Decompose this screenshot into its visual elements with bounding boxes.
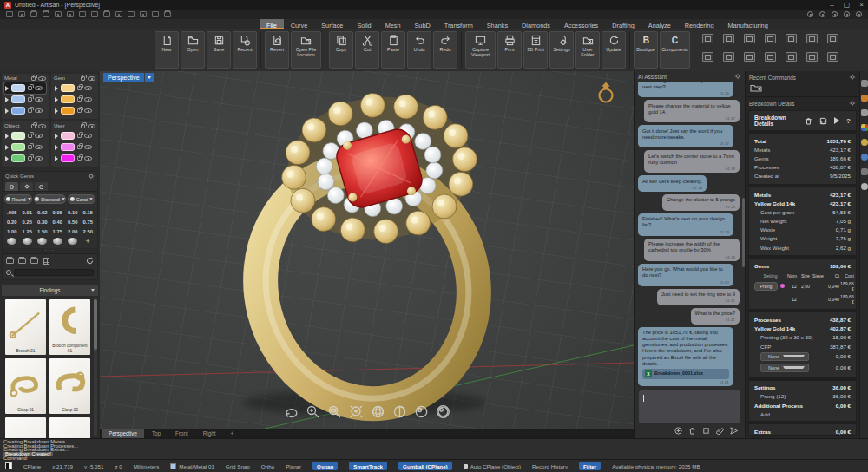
components-button[interactable]: C Components (660, 31, 690, 69)
lock-icon[interactable] (77, 156, 82, 161)
open-file-location-button[interactable]: Open File Location (291, 31, 321, 69)
carat-cell[interactable]: 0.30 (35, 217, 50, 226)
lock-icon[interactable] (77, 97, 82, 102)
new-button[interactable]: New (155, 31, 179, 69)
lock-icon[interactable] (81, 124, 85, 128)
lock-icon[interactable] (28, 156, 32, 161)
gem-preset-icon[interactable] (68, 238, 77, 245)
gear-icon[interactable] (849, 100, 856, 107)
process-dropdown[interactable]: None (760, 352, 809, 361)
quick-save-icon[interactable] (79, 11, 86, 17)
play-arrow-icon[interactable] (5, 134, 9, 139)
carat-cell[interactable]: 2.00 (65, 226, 81, 236)
viewport-tab-front[interactable]: Front (168, 429, 195, 438)
add-process-link[interactable]: Add... (754, 410, 851, 417)
save-button[interactable]: Save (207, 31, 231, 69)
diamond-material-button[interactable]: Diamond (34, 194, 66, 204)
eye-icon[interactable] (38, 76, 46, 81)
toggle-smarttrack[interactable]: SmartTrack (349, 462, 387, 470)
eye-icon[interactable] (88, 76, 95, 81)
play-arrow-icon[interactable] (5, 156, 9, 161)
chat-message-list[interactable]: Your design is done. Ready for the next … (635, 82, 745, 388)
gem-preset-icon[interactable] (7, 238, 16, 245)
lock-icon[interactable] (31, 124, 36, 128)
notifications-icon[interactable] (844, 11, 850, 17)
side-tab-help-icon[interactable] (861, 168, 868, 175)
object-swatch-2[interactable] (11, 143, 25, 151)
carat-cell[interactable]: 1.50 (35, 226, 50, 236)
gear-icon[interactable] (734, 73, 741, 80)
gem-row-3[interactable] (54, 105, 95, 116)
redo-button[interactable]: Redo (433, 31, 457, 69)
viewport-3d[interactable]: Perspective (100, 71, 634, 438)
finding-item-brooch-01[interactable]: Brooch 01 (5, 299, 46, 355)
object-row-1[interactable] (4, 130, 46, 141)
folder-add-icon[interactable] (750, 83, 762, 92)
tab-analyze[interactable]: Analyze (641, 19, 678, 30)
lock-icon[interactable] (77, 134, 82, 138)
eye-icon[interactable] (84, 108, 92, 113)
help-icon[interactable] (807, 11, 813, 17)
add-gem-icon[interactable]: + (81, 238, 96, 245)
library-icon[interactable] (806, 52, 818, 62)
close-button[interactable]: × (859, 2, 864, 9)
eye-icon[interactable] (88, 124, 95, 128)
eye-icon[interactable] (35, 134, 43, 138)
cut-button[interactable]: Cut (355, 31, 379, 69)
lock-icon[interactable] (28, 145, 32, 149)
wireframe-display-icon[interactable] (371, 404, 385, 419)
library-icon[interactable] (827, 34, 838, 43)
gem-preset-icon[interactable] (53, 238, 62, 245)
lock-icon[interactable] (31, 76, 36, 81)
library-icon[interactable] (702, 34, 713, 43)
recent-button[interactable]: Recent (233, 31, 257, 69)
eye-icon[interactable] (84, 97, 92, 102)
toggle-grid-snap[interactable]: Grid Snap (226, 463, 250, 469)
side-tab-material-icon[interactable] (861, 154, 868, 161)
status-units[interactable]: Millimeters (134, 463, 160, 469)
tab-gems[interactable] (5, 182, 18, 191)
toggle-ortho[interactable]: Ortho (261, 463, 274, 469)
tab-rendering[interactable]: Rendering (678, 19, 721, 30)
prong-setting-dropdown[interactable]: Prong (754, 282, 778, 291)
eye-icon[interactable] (35, 97, 43, 102)
eye-icon[interactable] (84, 86, 92, 90)
tab-curve[interactable]: Curve (284, 19, 314, 30)
send-icon[interactable] (730, 427, 738, 435)
quick-doc-icon[interactable] (18, 11, 25, 17)
capture-viewport-button[interactable]: Capture Viewport (465, 31, 496, 69)
print-button[interactable]: Print (497, 31, 522, 69)
user-row-3[interactable] (54, 153, 95, 164)
side-tab-properties-icon[interactable] (861, 80, 868, 87)
help-icon[interactable]: ? (846, 117, 851, 125)
user-row-1[interactable] (54, 130, 95, 141)
carat-cell[interactable]: 0.01 (20, 207, 36, 217)
viewport-menu-button[interactable] (145, 73, 154, 82)
eye-icon[interactable] (84, 145, 92, 149)
carat-cell[interactable]: 0.10 (65, 207, 81, 217)
viewport-label[interactable]: Perspective (103, 73, 144, 82)
round-shape-button[interactable]: Round (4, 194, 32, 204)
quick-redo-icon[interactable] (67, 11, 74, 17)
user-swatch-3[interactable] (61, 154, 75, 162)
side-tab-render-icon[interactable] (861, 139, 868, 146)
undo-button[interactable]: Undo (407, 31, 431, 69)
quick-new-icon[interactable] (6, 11, 13, 17)
toggle-planar[interactable]: Planar (286, 463, 301, 469)
cplane-icon[interactable] (5, 462, 12, 469)
carat-cell[interactable]: 0.40 (50, 217, 66, 226)
3d-print-button[interactable]: 3D Print (523, 31, 548, 69)
lock-icon[interactable] (28, 97, 32, 102)
carat-cell[interactable]: 1.00 (4, 226, 20, 236)
chat-input[interactable] (639, 390, 740, 423)
eye-icon[interactable] (38, 124, 46, 128)
viewport-tab-top[interactable]: Top (145, 429, 168, 438)
export-play-icon[interactable] (834, 117, 839, 124)
carat-cell[interactable]: 0.15 (81, 207, 96, 217)
eye-icon[interactable] (35, 145, 43, 149)
user-row-2[interactable] (54, 141, 95, 153)
findings-header[interactable]: Findings (2, 285, 98, 296)
library-icon[interactable] (723, 52, 734, 62)
library-icon[interactable] (827, 52, 838, 62)
revert-button[interactable]: Revert (265, 31, 289, 69)
